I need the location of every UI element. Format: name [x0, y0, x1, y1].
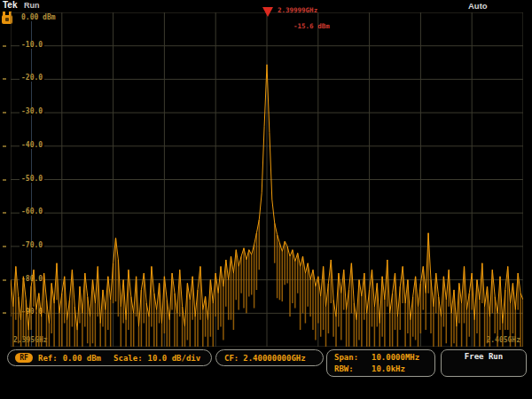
rf-channel-badge: RF [15, 353, 33, 363]
rbw-value: 10.0kHz [372, 364, 405, 375]
rbw-label: RBW: [334, 364, 372, 375]
peak-marker-freq: 2.39999GHz [278, 6, 317, 14]
rf-vertical-settings-badge[interactable]: RF Ref: 0.00 dBm Scale: 10.0 dB/div [7, 349, 212, 366]
y-axis-tick [3, 212, 6, 214]
ref-level-label: Ref: [38, 354, 58, 363]
trigger-mode-badge[interactable]: Free Run [441, 349, 527, 377]
ref-level-value: 0.00 dBm [63, 354, 101, 363]
scale-value: 10.0 dB/div [148, 354, 201, 363]
cf-value: 2.40000000GHz [243, 354, 305, 363]
peak-marker-readout: 2.39999GHz -15.6 dBm [278, 6, 330, 30]
y-axis-tick [3, 145, 6, 147]
peak-marker-amplitude: -15.6 dBm [293, 22, 330, 30]
graticule-area: 0.00 dBm-10.0-20.0-30.0-40.0-50.0-60.0-7… [11, 12, 523, 347]
acquisition-status: Run [24, 1, 40, 10]
scale-label: Scale: [113, 354, 143, 363]
span-value: 10.0000MHz [372, 352, 419, 364]
y-axis-tick [3, 279, 6, 281]
y-axis-tick [3, 78, 6, 80]
cf-label: CF: [224, 354, 239, 363]
peak-marker-icon [262, 7, 273, 17]
span-label: Span: [334, 352, 372, 364]
readout-bar: RF Ref: 0.00 dBm Scale: 10.0 dB/div CF: … [0, 348, 532, 380]
spectrum-analyzer-screen: Tek Run Auto 0.00 dBm-10.0-20.0-30.0-40.… [0, 0, 532, 399]
trigger-status: Auto [468, 1, 488, 11]
y-axis-tick [3, 45, 6, 47]
y-axis-tick [3, 112, 6, 113]
y-axis-tick [3, 312, 6, 314]
spectrum-trace [11, 12, 523, 347]
y-axis-tick [3, 246, 6, 247]
center-frequency-badge[interactable]: CF: 2.40000000GHz [215, 349, 324, 366]
y-axis-tick [3, 179, 6, 181]
tek-logo: Tek [3, 0, 18, 10]
span-rbw-badge[interactable]: Span: 10.0000MHz RBW: 10.0kHz [326, 349, 435, 377]
trigger-mode-value: Free Run [465, 352, 503, 361]
